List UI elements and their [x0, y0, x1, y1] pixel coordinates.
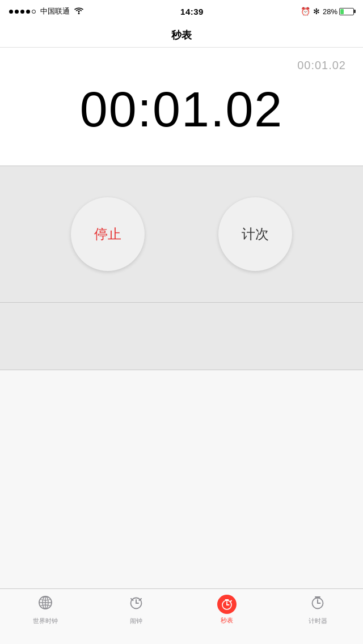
- battery-container: 28%: [323, 7, 354, 16]
- timer-icon: [310, 595, 326, 615]
- battery-fill: [340, 9, 344, 14]
- status-right: ⏰ ✻ 28%: [301, 7, 354, 16]
- stop-button[interactable]: 停止: [71, 197, 145, 271]
- signal-dot-3: [20, 10, 24, 14]
- stopwatch-active-circle: [217, 595, 237, 614]
- nav-title: 秒表: [171, 28, 192, 42]
- lap-button[interactable]: 计次: [218, 197, 292, 271]
- wifi-icon: [74, 7, 83, 16]
- stopwatch-area: 00:01.02 00:01.02: [0, 48, 363, 166]
- alarm-label: 闹钟: [130, 617, 142, 625]
- status-bar: 中国联通 14:39 ⏰ ✻ 28%: [0, 0, 363, 23]
- nav-bar: 秒表: [0, 23, 363, 48]
- tab-bar: 世界时钟 闹钟 秒表: [0, 588, 363, 644]
- signal-dot-1: [9, 10, 13, 14]
- tab-stopwatch[interactable]: 秒表: [190, 595, 264, 625]
- status-left: 中国联通: [9, 6, 83, 16]
- controls-area: 停止 计次: [0, 166, 363, 302]
- lap-list-empty: [0, 303, 363, 370]
- signal-dot-5: [32, 10, 36, 14]
- signal-dot-4: [26, 10, 30, 14]
- carrier-label: 中国联通: [40, 6, 70, 16]
- lap-button-label: 计次: [242, 225, 269, 243]
- svg-point-0: [78, 12, 80, 14]
- lap-area: [0, 302, 363, 370]
- world-clock-icon: [37, 595, 53, 615]
- tab-alarm[interactable]: 闹钟: [99, 595, 173, 625]
- lap-separator-bottom: [0, 370, 363, 370]
- tab-world-clock[interactable]: 世界时钟: [9, 595, 82, 625]
- big-time-display: 00:01.02: [0, 77, 363, 149]
- battery-percent: 28%: [323, 7, 337, 16]
- stopwatch-label: 秒表: [221, 616, 233, 625]
- tab-timer[interactable]: 计时器: [281, 595, 354, 625]
- signal-dot-2: [15, 10, 19, 14]
- small-time-display: 00:01.02: [0, 59, 363, 72]
- status-time: 14:39: [180, 7, 204, 16]
- alarm-icon: [128, 595, 144, 615]
- svg-line-13: [231, 601, 232, 602]
- signal-dots: [9, 10, 36, 14]
- timer-label: 计时器: [309, 617, 327, 625]
- world-clock-label: 世界时钟: [33, 617, 58, 625]
- stop-button-label: 停止: [94, 225, 121, 243]
- battery-box: [339, 8, 354, 15]
- alarm-status-icon: ⏰: [301, 7, 310, 16]
- bluetooth-icon: ✻: [313, 7, 320, 16]
